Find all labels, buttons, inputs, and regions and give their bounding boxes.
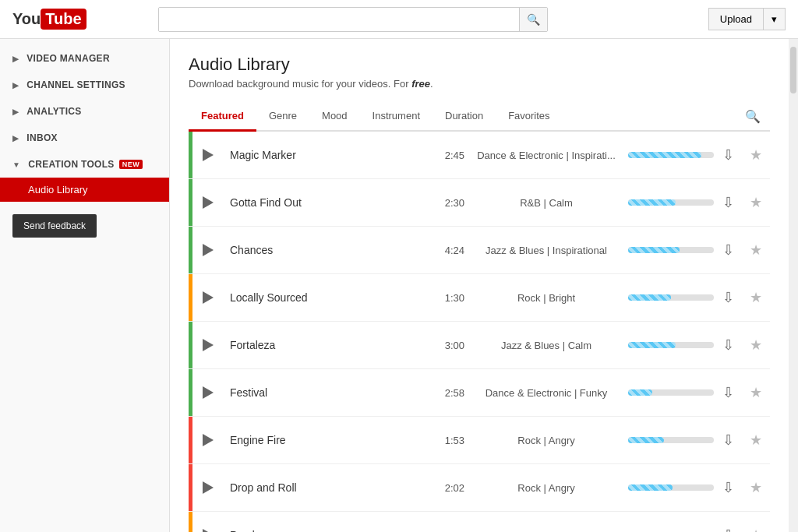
track-favorite-button[interactable]: ★ [742,194,770,211]
track-name: Festival [224,386,425,399]
track-duration: 4:24 [425,245,464,256]
search-button[interactable]: 🔍 [519,8,547,31]
track-progress-bar[interactable] [628,152,714,158]
track-favorite-button[interactable]: ★ [742,432,770,449]
sidebar-item-video-manager[interactable]: ▶ VIDEO MANAGER [0,45,169,72]
track-download-button[interactable]: ⇩ [714,479,742,496]
track-progress-bar[interactable] [628,389,714,396]
logo-you: You [12,10,41,28]
track-duration: 2:58 [425,387,464,399]
track-genre: Dance & Electronic | Funky [464,387,628,399]
track-progress-bar[interactable] [628,247,714,253]
scrollbar[interactable] [789,39,798,532]
scrollbar-thumb[interactable] [790,47,796,93]
page-subtitle: Download background music for your video… [189,78,770,90]
play-icon [203,529,214,532]
track-name: Chances [224,244,425,256]
track-row: Fortaleza 3:00 Jazz & Blues | Calm ⇩ ★ [189,322,770,369]
tab-mood[interactable]: Mood [309,102,360,132]
track-favorite-button[interactable]: ★ [742,241,770,259]
sidebar-item-creation-tools[interactable]: ▼ CREATION TOOLS NEW [0,151,169,178]
search-input[interactable] [159,8,519,31]
tab-instrument[interactable]: Instrument [360,102,433,132]
upload-dropdown-button[interactable]: ▾ [763,8,786,30]
logo-tube: Tube [41,9,86,30]
track-favorite-button[interactable]: ★ [742,479,770,496]
track-row: Festival 2:58 Dance & Electronic | Funky… [189,369,770,417]
track-duration: 1:30 [425,292,464,304]
play-icon [203,339,214,351]
track-bar-fill [628,294,671,301]
track-progress-bar[interactable] [628,342,714,348]
track-bar-background [628,484,714,491]
sidebar-item-channel-settings[interactable]: ▶ CHANNEL SETTINGS [0,72,169,98]
track-play-button[interactable] [192,196,224,209]
track-download-button[interactable]: ⇩ [714,146,742,164]
track-download-button[interactable]: ⇩ [714,432,742,449]
track-download-button[interactable]: ⇩ [714,384,742,401]
track-genre: Rock | Angry [464,482,628,494]
send-feedback-button[interactable]: Send feedback [12,214,97,238]
track-download-button[interactable]: ⇩ [714,241,742,259]
track-bar-fill [628,342,676,348]
track-name: Fortaleza [224,339,425,351]
track-row: Payday 1:48 Pop | Bright ⇩ ★ [189,512,770,532]
track-download-button[interactable]: ⇩ [714,194,742,211]
track-bar-background [628,247,714,253]
track-bar-fill [628,247,680,253]
arrow-icon: ▶ [12,134,19,143]
arrow-icon: ▶ [12,81,19,90]
sidebar-item-analytics[interactable]: ▶ ANALYTICS [0,98,169,125]
track-favorite-button[interactable]: ★ [742,527,770,532]
track-play-button[interactable] [192,244,224,256]
tab-genre[interactable]: Genre [256,102,309,132]
track-play-button[interactable] [192,434,224,446]
track-genre: Pop | Bright [464,530,628,533]
track-play-button[interactable] [192,481,224,494]
track-play-button[interactable] [192,149,224,161]
track-play-button[interactable] [192,291,224,304]
track-row: Locally Sourced 1:30 Rock | Bright ⇩ ★ [189,274,770,322]
sidebar-sub-item-audio-library[interactable]: Audio Library [0,178,169,202]
track-name: Engine Fire [224,434,425,446]
track-favorite-button[interactable]: ★ [742,289,770,306]
track-favorite-button[interactable]: ★ [742,336,770,354]
track-genre: Jazz & Blues | Calm [464,340,628,351]
play-icon [203,291,214,304]
track-progress-bar[interactable] [628,294,714,301]
track-bar-background [628,152,714,158]
arrow-icon: ▶ [12,55,19,63]
upload-area: Upload ▾ [708,8,786,30]
track-download-button[interactable]: ⇩ [714,527,742,532]
track-bar-fill [628,152,701,158]
search-bar: 🔍 [158,7,548,32]
track-bar-background [628,342,714,348]
tab-duration[interactable]: Duration [433,102,496,132]
tab-featured[interactable]: Featured [189,102,256,132]
track-name: Locally Sourced [224,291,425,304]
play-icon [203,196,214,209]
track-play-button[interactable] [192,529,224,532]
track-play-button[interactable] [192,339,224,351]
play-icon [203,244,214,256]
track-progress-bar[interactable] [628,437,714,443]
upload-button[interactable]: Upload [708,8,763,30]
tabs: Featured Genre Mood Instrument Duration … [189,102,770,132]
tab-search-icon[interactable]: 🔍 [736,103,770,130]
track-play-button[interactable] [192,386,224,399]
track-favorite-button[interactable]: ★ [742,146,770,164]
track-download-button[interactable]: ⇩ [714,336,742,354]
track-favorite-button[interactable]: ★ [742,384,770,401]
sidebar-item-inbox[interactable]: ▶ INBOX [0,125,169,151]
play-icon [203,386,214,399]
track-progress-bar[interactable] [628,199,714,206]
track-row: Engine Fire 1:53 Rock | Angry ⇩ ★ [189,417,770,464]
layout: ▶ VIDEO MANAGER ▶ CHANNEL SETTINGS ▶ ANA… [0,39,798,532]
play-icon [203,434,214,446]
track-download-button[interactable]: ⇩ [714,289,742,306]
youtube-logo[interactable]: YouTube [12,9,87,30]
track-progress-bar[interactable] [628,484,714,491]
play-icon [203,481,214,494]
sidebar: ▶ VIDEO MANAGER ▶ CHANNEL SETTINGS ▶ ANA… [0,39,170,532]
tab-favorites[interactable]: Favorites [496,102,562,132]
